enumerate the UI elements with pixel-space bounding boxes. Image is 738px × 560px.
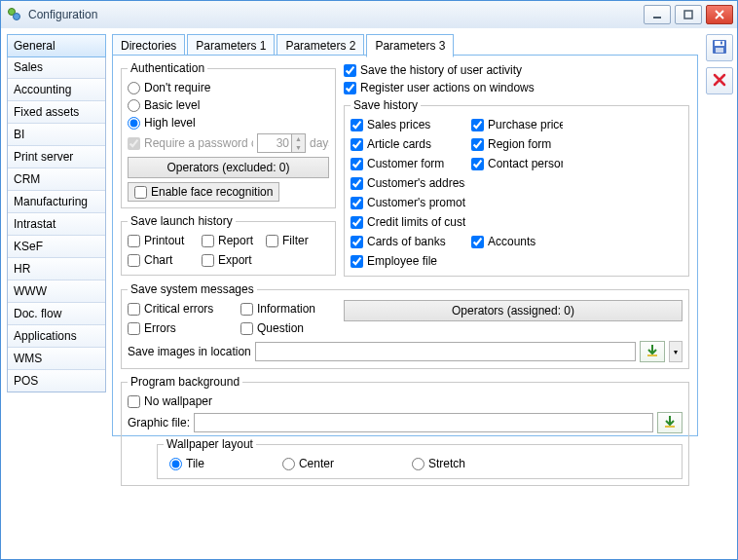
button-browse-images[interactable]: [640, 341, 665, 362]
svg-rect-5: [715, 41, 724, 46]
input-images-location[interactable]: [255, 342, 636, 361]
sidebar-item-intrastat[interactable]: Intrastat: [8, 213, 105, 236]
legend-authentication: Authentication: [128, 61, 207, 75]
checkbox-credit-limits[interactable]: Credit limits of customer's card: [351, 213, 465, 231]
maximize-button[interactable]: [675, 5, 702, 24]
label-require-pwd-change: Require a password change every: [144, 136, 253, 150]
checkbox-report[interactable]: Report: [202, 232, 260, 249]
sidebar-item-general[interactable]: General: [7, 34, 106, 57]
checkbox-filter[interactable]: Filter: [266, 232, 309, 249]
checkbox-sales-prices[interactable]: Sales prices: [351, 116, 465, 133]
radio-dont-require[interactable]: Don't require: [128, 79, 329, 96]
dropdown-images-location[interactable]: ▾: [669, 341, 683, 362]
x-icon: [713, 73, 726, 90]
checkbox-contact-persons[interactable]: Contact persons: [471, 155, 563, 172]
sidebar-item-hr[interactable]: HR: [8, 258, 105, 280]
svg-point-1: [14, 14, 20, 20]
legend-save-history: Save history: [351, 98, 421, 112]
radio-high-level[interactable]: High level: [128, 114, 329, 131]
legend-launch-history: Save launch history: [128, 214, 236, 228]
checkbox-save-history-user-activity[interactable]: Save the history of user activity: [344, 61, 689, 79]
sidebar-item-fixed-assets[interactable]: Fixed assets: [8, 101, 105, 124]
spin-up-icon[interactable]: ▲: [291, 134, 305, 143]
label-save-images: Save images in location: [128, 345, 251, 358]
button-browse-graphic[interactable]: [657, 412, 683, 433]
checkbox-customer-form[interactable]: Customer form: [351, 155, 465, 172]
floppy-icon: [712, 39, 727, 57]
sidebar-item-bi[interactable]: BI: [8, 124, 105, 146]
checkbox-cards-of-banks[interactable]: Cards of banks: [351, 233, 465, 250]
checkbox-region-form[interactable]: Region form: [471, 135, 563, 153]
tab-content: Authentication Don't require Basic level…: [112, 55, 698, 436]
checkbox-accounts[interactable]: Accounts: [471, 233, 563, 250]
svg-rect-2: [653, 17, 661, 19]
checkbox-question[interactable]: Question: [240, 319, 338, 337]
checkbox-errors[interactable]: Errors: [128, 319, 235, 337]
legend-wallpaper-layout: Wallpaper layout: [164, 437, 256, 451]
button-enable-face-recognition[interactable]: Enable face recognition: [128, 182, 279, 202]
svg-rect-8: [647, 355, 657, 356]
button-operators-assigned[interactable]: Operators (assigned: 0): [344, 300, 683, 321]
sidebar-item-sales[interactable]: Sales: [8, 56, 105, 79]
svg-rect-3: [684, 11, 692, 19]
checkbox-no-wallpaper[interactable]: No wallpaper: [128, 392, 683, 410]
radio-tile[interactable]: Tile: [169, 455, 204, 472]
app-icon: [7, 7, 22, 22]
sidebar-item-pos[interactable]: POS: [8, 370, 105, 392]
sidebar-item-doc-flow[interactable]: Doc. flow: [8, 303, 105, 325]
checkbox-information[interactable]: Information: [240, 300, 338, 317]
save-button[interactable]: [706, 34, 733, 61]
checkbox-customer-addresses[interactable]: Customer's addresses: [351, 174, 465, 192]
checkbox-article-cards[interactable]: Article cards: [351, 135, 465, 153]
group-wallpaper-layout: Wallpaper layout Tile Center Stretch: [157, 437, 683, 479]
checkbox-require-pwd-change: [128, 137, 140, 150]
sidebar-item-crm[interactable]: CRM: [8, 168, 105, 191]
group-program-background: Program background No wallpaper Graphic …: [121, 375, 689, 486]
close-button[interactable]: [706, 5, 733, 24]
radio-basic-level[interactable]: Basic level: [128, 96, 329, 114]
checkbox-register-user-actions[interactable]: Register user actions on windows: [344, 79, 689, 96]
download-arrow-icon: [646, 344, 659, 360]
sidebar-item-manufacturing[interactable]: Manufacturing: [8, 191, 105, 213]
radio-stretch[interactable]: Stretch: [412, 455, 465, 472]
checkbox-chart[interactable]: Chart: [128, 251, 196, 269]
group-system-messages: Save system messages Critical errors Err…: [121, 282, 689, 369]
checkbox-printout[interactable]: Printout: [128, 232, 196, 249]
svg-rect-7: [720, 41, 722, 44]
sidebar-item-print-server[interactable]: Print server: [8, 146, 105, 168]
radio-center[interactable]: Center: [282, 455, 334, 472]
svg-rect-6: [716, 48, 723, 53]
spin-down-icon[interactable]: ▼: [291, 143, 305, 152]
label-days: days: [310, 136, 329, 150]
group-save-history: Save history Sales prices Article cards …: [344, 98, 689, 277]
input-pwd-days[interactable]: [258, 134, 291, 152]
sidebar-item-wms[interactable]: WMS: [8, 348, 105, 370]
cancel-button[interactable]: [706, 67, 733, 94]
sidebar-item-applications[interactable]: Applications: [8, 325, 105, 348]
svg-rect-9: [665, 426, 675, 428]
tab-bar: Directories Parameters 1 Parameters 2 Pa…: [112, 34, 698, 56]
checkbox-customer-promotions[interactable]: Customer's promotions: [351, 194, 465, 211]
group-launch-history: Save launch history Printout Chart Repor…: [121, 214, 336, 276]
titlebar: Configuration: [1, 1, 737, 29]
label-graphic-file: Graphic file:: [128, 416, 190, 429]
tab-parameters-3[interactable]: Parameters 3: [366, 34, 454, 57]
minimize-button[interactable]: [644, 5, 671, 24]
download-arrow-icon: [663, 415, 677, 431]
group-authentication: Authentication Don't require Basic level…: [121, 61, 336, 208]
checkbox-employee-file[interactable]: Employee file: [351, 252, 465, 270]
sidebar-item-accounting[interactable]: Accounting: [8, 79, 105, 101]
checkbox-export[interactable]: Export: [202, 251, 260, 269]
legend-system-messages: Save system messages: [128, 282, 257, 296]
checkbox-critical-errors[interactable]: Critical errors: [128, 300, 235, 317]
sidebar: General Sales Accounting Fixed assets BI…: [7, 34, 106, 392]
input-graphic-file[interactable]: [194, 413, 653, 432]
button-operators-excluded[interactable]: Operators (excluded: 0): [128, 157, 329, 178]
window-title: Configuration: [28, 8, 644, 21]
spinner-pwd-days[interactable]: ▲▼: [257, 133, 306, 153]
sidebar-item-ksef[interactable]: KSeF: [8, 236, 105, 258]
configuration-window: Configuration General Sales Accounting F…: [0, 0, 738, 560]
sidebar-item-www[interactable]: WWW: [8, 280, 105, 303]
checkbox-purchase-price[interactable]: Purchase price: [471, 116, 563, 133]
legend-program-background: Program background: [128, 375, 242, 389]
